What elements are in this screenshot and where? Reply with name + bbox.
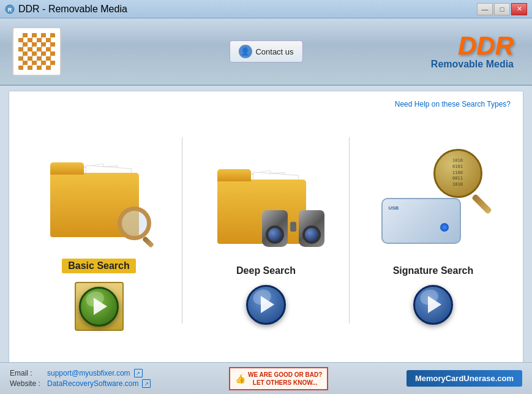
logo-pattern: [18, 33, 55, 70]
contact-button-label: Contact us: [255, 47, 293, 56]
brand-section: DDR Removable Media: [431, 33, 514, 70]
rating-box[interactable]: 👍 WE ARE GOOD OR BAD? LET OTHERS KNOW...: [229, 367, 328, 390]
play-icon: [261, 296, 274, 313]
signature-search-label: Signature Search: [393, 265, 474, 276]
email-row: Email : support@myusbfixer.com ↗: [10, 369, 151, 377]
website-ext-icon: ↗: [142, 379, 151, 388]
main-content: Need Help on these Search Types?: [9, 91, 523, 373]
close-button[interactable]: ✕: [511, 3, 527, 15]
deep-search-label: Deep Search: [236, 265, 296, 276]
rating-text: WE ARE GOOD OR BAD? LET OTHERS KNOW...: [248, 371, 322, 387]
title-bar: R DDR - Removable Media — □ ✕: [0, 0, 532, 18]
search-grid: Basic Search: [15, 114, 517, 347]
rating-line1: WE ARE GOOD OR BAD?: [248, 371, 322, 379]
website-row: Website : DataRecoverySoftware.com ↗: [10, 379, 151, 388]
play-icon: [428, 296, 441, 313]
footer-rating[interactable]: 👍 WE ARE GOOD OR BAD? LET OTHERS KNOW...: [229, 367, 328, 390]
logo-box: [12, 27, 61, 76]
memory-card-link[interactable]: MemoryCardUnerase.com: [406, 370, 522, 387]
signature-search-play-button[interactable]: [413, 285, 453, 325]
deep-search-option: Deep Search: [182, 114, 350, 347]
contact-button[interactable]: 👤 Contact us: [229, 40, 302, 63]
basic-search-option: Basic Search: [15, 114, 182, 347]
contact-person-icon: 👤: [238, 45, 252, 58]
website-link[interactable]: DataRecoverySoftware.com: [47, 379, 138, 388]
basic-search-icon-area: [38, 130, 160, 252]
header: 👤 Contact us DDR Removable Media: [0, 18, 532, 86]
signature-search-icon-area: USB 10100101110000111010: [372, 137, 495, 259]
rating-line2: LET OTHERS KNOW...: [248, 379, 322, 387]
footer-links: Email : support@myusbfixer.com ↗ Website…: [10, 369, 151, 388]
footer: Email : support@myusbfixer.com ↗ Website…: [0, 362, 532, 394]
title-bar-left: R DDR - Removable Media: [5, 4, 127, 15]
deep-search-play-button[interactable]: [246, 285, 286, 325]
basic-search-play-wrapper[interactable]: [75, 282, 124, 331]
basic-search-play-button[interactable]: [79, 287, 119, 327]
website-label: Website :: [10, 379, 43, 388]
basic-search-label: Basic Search: [62, 259, 136, 273]
svg-text:R: R: [8, 7, 12, 13]
minimize-button[interactable]: —: [477, 3, 493, 15]
brand-subtitle: Removable Media: [431, 59, 514, 70]
window-controls: — □ ✕: [477, 3, 527, 15]
play-icon: [94, 298, 107, 315]
email-ext-icon: ↗: [134, 369, 143, 377]
maximize-button[interactable]: □: [494, 3, 510, 15]
window-title: DDR - Removable Media: [18, 4, 127, 15]
email-link[interactable]: support@myusbfixer.com: [47, 369, 130, 377]
deep-search-icon-area: [205, 137, 328, 259]
brand-title: DDR: [431, 33, 514, 59]
help-link[interactable]: Need Help on these Search Types?: [15, 97, 517, 111]
app-icon: R: [5, 4, 15, 14]
email-label: Email :: [10, 369, 43, 377]
signature-search-option: USB 10100101110000111010 Signature Searc…: [350, 114, 517, 347]
